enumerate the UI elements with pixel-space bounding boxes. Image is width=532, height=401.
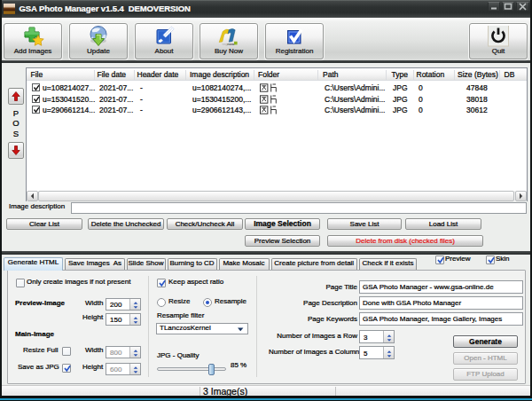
svg-text:now: now (227, 42, 235, 46)
